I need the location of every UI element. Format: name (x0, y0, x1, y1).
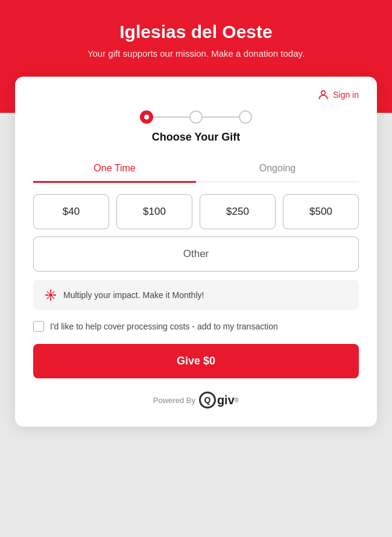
step-1-dot (144, 115, 149, 119)
user-icon (317, 89, 329, 101)
header-subtitle: Your gift supports our mission. Make a d… (24, 48, 368, 59)
svg-line-7 (47, 291, 49, 293)
svg-point-2 (49, 293, 52, 297)
other-amount-button[interactable]: Other (33, 237, 359, 272)
amount-btn-100[interactable]: $100 (116, 194, 192, 229)
sign-in-button[interactable]: Sign in (317, 89, 359, 101)
processing-cost-row: I'd like to help cover processing costs … (33, 321, 359, 332)
amount-btn-250[interactable]: $250 (200, 194, 276, 229)
frequency-tabs: One Time Ongoing (33, 156, 359, 182)
sign-in-row: Sign in (33, 89, 359, 101)
sparkle-icon (44, 288, 57, 302)
amounts-grid: $40 $100 $250 $500 (33, 194, 359, 229)
tab-ongoing[interactable]: Ongoing (196, 157, 359, 183)
step-line-1 (153, 116, 189, 118)
step-line-2 (203, 116, 239, 118)
qgiv-q-circle: Q (199, 392, 216, 408)
monthly-banner[interactable]: Multiply your impact. Make it Monthly! (33, 280, 359, 310)
qgiv-logo: Qgiv® (199, 392, 239, 408)
amount-btn-500[interactable]: $500 (283, 194, 359, 229)
donation-card: Sign in Choose Your Gift One Time Ongoin… (15, 77, 377, 427)
step-2 (189, 110, 203, 124)
give-button[interactable]: Give $0 (33, 344, 359, 378)
processing-cost-label: I'd like to help cover processing costs … (50, 322, 278, 331)
page-title: Iglesias del Oeste (24, 22, 368, 42)
step-3 (239, 110, 252, 124)
amount-btn-40[interactable]: $40 (33, 194, 109, 229)
processing-cost-checkbox[interactable] (33, 321, 44, 332)
powered-by-text: Powered By (153, 396, 195, 405)
svg-line-8 (52, 297, 54, 299)
tab-one-time[interactable]: One Time (33, 157, 196, 183)
qgiv-registered: ® (235, 397, 239, 404)
svg-line-9 (52, 291, 54, 293)
give-button-amount: $0 (203, 355, 215, 367)
monthly-banner-text: Multiply your impact. Make it Monthly! (63, 290, 204, 300)
section-title: Choose Your Gift (33, 131, 359, 144)
powered-by-row: Powered By Qgiv® (33, 392, 359, 408)
progress-steps (33, 110, 359, 124)
step-1 (140, 110, 153, 124)
svg-point-0 (321, 91, 326, 95)
sign-in-label: Sign in (333, 90, 359, 100)
give-button-prefix: Give (177, 355, 203, 367)
svg-line-10 (47, 297, 49, 299)
